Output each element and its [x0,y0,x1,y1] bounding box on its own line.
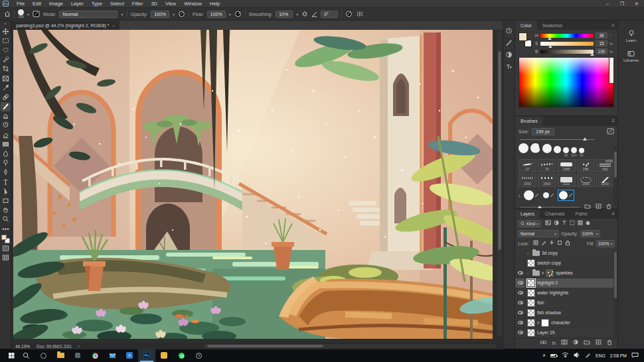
layer-row-sparkles[interactable]: › 8 sparkles [515,269,617,278]
toolbar-expand-icon[interactable]: » [4,21,6,27]
layer-row-water-highlights[interactable]: water highlights [515,288,617,298]
learn-panel-button[interactable]: Learn [618,27,644,45]
menu-help[interactable]: Help [206,1,224,7]
new-group-folder-icon[interactable] [584,339,590,346]
menu-select[interactable]: Select [106,1,128,7]
language-indicator[interactable]: ENG [596,353,605,358]
saturation-value[interactable]: 15 [596,40,607,46]
brush-size-slider[interactable] [520,137,613,143]
path-selection-tool[interactable] [1,186,11,196]
menu-filter[interactable]: Filter [128,1,147,7]
whatsapp-button[interactable] [173,349,190,362]
tab-color[interactable]: Color [515,21,537,30]
history-panel-icon[interactable] [504,26,515,36]
filter-adjustment-layers-icon[interactable] [554,220,559,227]
menu-layer[interactable]: Layer [67,1,88,7]
lock-artboard-icon[interactable] [557,240,562,247]
brush-preset[interactable] [530,143,540,157]
mode-select[interactable]: Normal [59,11,118,18]
menu-view[interactable]: View [161,1,180,7]
pen-tool[interactable] [1,168,11,177]
tab-swatches[interactable]: Swatches [537,21,568,30]
clone-stamp-tool[interactable] [1,111,11,121]
brush-scale-slider[interactable] [519,206,582,209]
quick-selection-tool[interactable] [1,55,11,64]
panel-color-swatches[interactable] [519,32,532,47]
eyedropper-tool[interactable] [1,83,11,92]
dodge-tool[interactable] [1,158,11,168]
layer-row-fish-shadow[interactable]: fish shadow [515,308,617,318]
brush-preset[interactable]: 2000 [596,174,614,187]
foreground-color-swatch[interactable] [1,235,7,240]
brush-settings-panel-icon[interactable] [504,38,515,48]
zoom-tool[interactable] [1,215,11,224]
adjustment-layer-icon[interactable] [573,339,578,346]
visibility-toggle[interactable] [517,288,525,298]
character-panel-icon[interactable] [504,62,515,72]
brush-preset[interactable]: 221 [571,147,577,157]
layer-mask-thumbnail[interactable] [541,319,549,327]
layer-row-highlight-2[interactable]: highlight 2 [515,278,617,288]
smoothing-options-gear-icon[interactable] [301,11,308,17]
layer-thumbnail[interactable] [527,279,535,287]
color-spectrum-picker[interactable] [519,57,614,107]
clock-time[interactable]: 2:08 PM [610,353,627,358]
hand-tool[interactable] [1,206,11,215]
lock-transparency-icon[interactable] [533,240,538,247]
visibility-toggle[interactable] [517,328,525,337]
brush-preset[interactable]: 70 [538,159,556,172]
layers-panel-menu-icon[interactable]: ≡ [611,210,617,219]
taskbar-app-button[interactable] [69,349,86,362]
layer-thumbnail[interactable] [546,269,554,277]
lock-all-icon[interactable] [565,240,570,247]
canvas-painting[interactable] [13,30,493,339]
tab-channels[interactable]: Channels [540,210,570,219]
layer-effects-icon[interactable]: fx [552,341,556,345]
layer-row-layer-29[interactable]: Layer 29 [515,328,617,338]
horizontal-scrollbar[interactable] [204,344,496,348]
history-brush-tool[interactable] [1,121,11,130]
visibility-toggle[interactable] [517,298,525,308]
filter-shape-layers-icon[interactable] [570,220,575,227]
layer-thumbnail[interactable] [527,329,535,337]
zoom-level[interactable]: 44.19% [15,344,30,349]
brush-preset[interactable] [554,146,561,157]
layer-row-character[interactable]: 8 character [515,318,617,328]
filter-smart-objects-icon[interactable] [578,220,583,227]
brush-preset[interactable]: 25 [563,147,569,157]
status-options-arrow-icon[interactable]: › [78,344,80,349]
expand-group-icon[interactable]: › [527,251,530,255]
blur-tool[interactable] [1,149,11,158]
clock-app-button[interactable] [190,349,207,362]
menu-image[interactable]: Image [45,1,67,7]
layer-thumbnail[interactable] [527,319,535,327]
brush-preset[interactable]: 2500 [519,174,536,187]
brush-preset[interactable]: 5006995 [596,159,614,172]
horizontal-scrollbar-thumb[interactable] [207,345,323,347]
brush-preset-picker[interactable]: 199 [18,9,24,19]
crop-tool[interactable] [1,64,11,74]
marquee-tool[interactable] [1,36,11,45]
angle-field[interactable]: 0° [321,11,338,18]
tab-paths[interactable]: Paths [570,210,593,219]
brush-preset[interactable] [523,190,540,201]
foreground-background-swatches[interactable] [1,235,10,243]
visibility-toggle[interactable] [517,278,525,288]
brush-preset[interactable]: 51 [579,148,584,157]
pressure-opacity-icon[interactable] [178,11,185,17]
menu-edit[interactable]: Edit [29,1,45,7]
visibility-toggle[interactable] [517,249,525,258]
lasso-tool[interactable] [1,45,11,54]
libraries-panel-button[interactable]: Libraries [618,48,644,65]
brush-preset[interactable]: 2221 [557,174,575,187]
brush-tool[interactable] [1,102,11,111]
visibility-toggle[interactable] [517,308,525,318]
filter-type-layers-icon[interactable] [562,220,567,227]
layer-row-sketch-copy[interactable]: sketch copy [515,259,617,269]
brush-preset[interactable]: 2000 [577,174,595,187]
menu-window[interactable]: Window [180,1,206,7]
document-tab[interactable]: painting3.psd @ 44.2% (highlight 2, RGB/… [11,21,120,30]
menu-file[interactable]: File [13,1,29,7]
smoothing-field[interactable]: 10% [276,11,293,18]
layer-thumbnail[interactable] [527,299,535,307]
